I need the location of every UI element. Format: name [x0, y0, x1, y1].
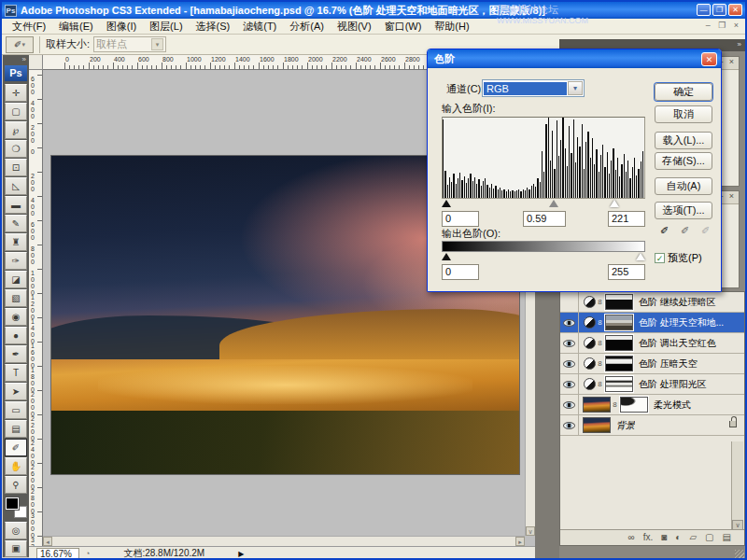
blur-tool[interactable]: ◉: [5, 308, 27, 326]
screen-mode-button[interactable]: ▣: [5, 540, 27, 557]
menu-item-0[interactable]: 文件(F): [6, 18, 52, 35]
layer-mask-thumbnail[interactable]: [620, 397, 648, 413]
visibility-toggle[interactable]: [560, 354, 579, 373]
gradient-tool[interactable]: ▧: [5, 289, 27, 307]
document-window-controls[interactable]: – ❐ ×: [706, 21, 741, 30]
foreground-color-swatch[interactable]: [6, 497, 19, 510]
lasso-tool[interactable]: ℘: [5, 121, 27, 139]
crop-tool[interactable]: ⊡: [5, 159, 27, 176]
layer-mask-thumbnail[interactable]: [605, 335, 633, 351]
scroll-down-icon[interactable]: ∨: [526, 526, 535, 536]
input-white-slider[interactable]: [610, 200, 619, 207]
dialog-close-icon[interactable]: ✕: [701, 52, 717, 66]
shape-tool[interactable]: ▭: [5, 401, 27, 419]
layer-thumbnail[interactable]: [583, 397, 611, 413]
panel-resize-grip[interactable]: [735, 550, 744, 559]
notes-tool[interactable]: ▤: [5, 420, 27, 438]
eraser-tool[interactable]: ◪: [5, 271, 27, 288]
rectangular-marquee-tool[interactable]: ▢: [5, 103, 27, 120]
layer-row-1[interactable]: 8色阶 处理天空和地...: [560, 313, 744, 333]
ruler-origin-corner[interactable]: [29, 55, 43, 70]
delete-layer-icon[interactable]: ▤: [723, 533, 731, 542]
menu-item-5[interactable]: 滤镜(T): [236, 18, 283, 35]
zoom-tool[interactable]: ⚲: [5, 476, 27, 494]
input-black-field[interactable]: 0: [442, 211, 479, 227]
load-button[interactable]: 载入(L)...: [655, 132, 712, 149]
menu-item-3[interactable]: 图层(L): [143, 18, 189, 35]
layer-row-2[interactable]: 8色阶 调出天空红色: [560, 333, 744, 354]
layer-mask-thumbnail[interactable]: [605, 356, 633, 371]
zoom-level-field[interactable]: 16.67%: [36, 548, 79, 560]
layer-thumbnail[interactable]: [583, 417, 611, 433]
menu-item-2[interactable]: 图像(I): [100, 18, 143, 35]
menu-item-9[interactable]: 帮助(H): [428, 18, 475, 35]
output-white-field[interactable]: 255: [608, 264, 645, 280]
input-gamma-slider[interactable]: [549, 200, 558, 207]
cancel-button[interactable]: 取消: [655, 105, 712, 123]
minimize-button[interactable]: —: [697, 4, 711, 16]
quick-selection-tool[interactable]: ❍: [5, 140, 27, 158]
new-group-icon[interactable]: ▱: [689, 533, 697, 542]
slice-tool[interactable]: ◺: [5, 177, 27, 195]
toolbox-collapse-icon[interactable]: »: [3, 55, 29, 65]
ok-button[interactable]: 确定: [655, 83, 712, 101]
healing-brush-tool[interactable]: ▬: [5, 196, 27, 214]
input-black-slider[interactable]: [442, 200, 451, 207]
adjustment-layer-icon[interactable]: ◐: [675, 533, 681, 542]
layer-row-0[interactable]: 8色阶 继续处理暗区: [560, 292, 744, 313]
sample-size-dropdown[interactable]: 取样点 ▾: [93, 36, 166, 52]
input-white-field[interactable]: 221: [608, 211, 645, 227]
input-gamma-field[interactable]: 0.59: [523, 211, 566, 227]
restore-button[interactable]: ❐: [712, 4, 726, 16]
close-button[interactable]: ✕: [728, 4, 742, 16]
horizontal-scrollbar[interactable]: ◂ ▸: [43, 536, 525, 546]
layer-mask-thumbnail[interactable]: [605, 294, 633, 310]
preview-checkbox[interactable]: ✓: [655, 253, 665, 263]
layer-row-5[interactable]: 8柔光模式: [560, 395, 744, 415]
layer-row-6[interactable]: 背景: [560, 415, 744, 436]
layers-scrollbar[interactable]: ∨: [731, 441, 743, 530]
menu-item-4[interactable]: 选择(S): [190, 18, 237, 35]
history-brush-tool[interactable]: ✑: [5, 252, 27, 270]
link-layers-icon[interactable]: ∞: [628, 533, 635, 542]
eyedropper-preset-button[interactable]: ✐▾: [6, 36, 34, 53]
menu-item-6[interactable]: 分析(A): [283, 18, 331, 35]
pen-tool[interactable]: ✒: [5, 345, 27, 363]
output-white-slider[interactable]: [636, 253, 645, 260]
add-mask-icon[interactable]: ◙: [661, 533, 667, 542]
move-tool[interactable]: ✛: [5, 84, 27, 102]
status-menu-arrow-icon[interactable]: ▶: [238, 550, 244, 558]
layer-mask-thumbnail[interactable]: [605, 315, 633, 330]
hand-tool[interactable]: ✋: [5, 457, 27, 475]
channel-dropdown[interactable]: RGB ▾: [482, 79, 585, 97]
layer-mask-thumbnail[interactable]: [605, 376, 633, 392]
gray-point-eyedropper-icon[interactable]: ✐: [678, 225, 692, 239]
menu-item-1[interactable]: 编辑(E): [52, 18, 100, 35]
visibility-toggle[interactable]: [560, 292, 579, 312]
options-button[interactable]: 选项(T)...: [655, 202, 712, 219]
layer-row-4[interactable]: 8色阶 处理阳光区: [560, 374, 744, 395]
path-selection-tool[interactable]: ➤: [5, 383, 27, 400]
layer-style-icon[interactable]: fx.: [643, 533, 654, 542]
black-point-eyedropper-icon[interactable]: ✐: [657, 225, 671, 239]
menu-item-8[interactable]: 窗口(W): [378, 18, 429, 35]
levels-dialog-title[interactable]: 色阶: [428, 49, 721, 68]
menu-item-7[interactable]: 视图(V): [331, 18, 378, 35]
type-tool[interactable]: T: [5, 364, 27, 382]
clone-stamp-tool[interactable]: ♜: [5, 233, 27, 251]
quick-mask-button[interactable]: ◎: [5, 522, 27, 539]
output-black-slider[interactable]: [442, 253, 451, 260]
scroll-right-icon[interactable]: ▸: [515, 537, 525, 546]
visibility-toggle[interactable]: [560, 313, 579, 332]
visibility-toggle[interactable]: [560, 415, 579, 435]
eyedropper-tool[interactable]: ✐: [5, 439, 27, 456]
new-layer-icon[interactable]: ▢: [705, 533, 713, 542]
visibility-toggle[interactable]: [560, 333, 579, 353]
visibility-toggle[interactable]: [560, 374, 579, 394]
brush-tool[interactable]: ✎: [5, 215, 27, 232]
output-black-field[interactable]: 0: [442, 264, 479, 280]
save-button[interactable]: 存储(S)...: [655, 152, 712, 170]
scroll-left-icon[interactable]: ◂: [43, 537, 52, 546]
visibility-toggle[interactable]: [560, 395, 579, 414]
layer-row-3[interactable]: 8色阶 压暗天空: [560, 354, 744, 374]
